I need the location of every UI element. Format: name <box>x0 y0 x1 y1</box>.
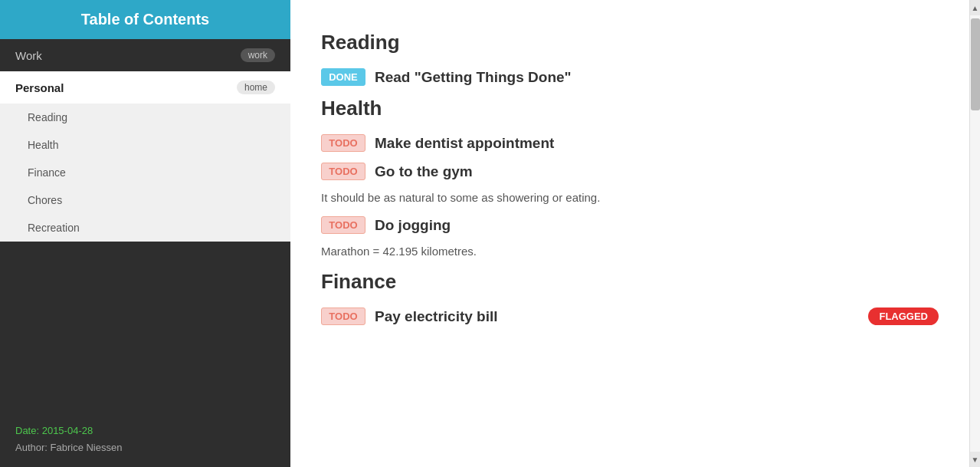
badge-todo: TODO <box>321 216 365 234</box>
badge-todo: TODO <box>321 134 365 152</box>
sidebar-section-personal[interactable]: Personal home <box>0 71 290 104</box>
todo-text: Do jogging <box>375 217 451 234</box>
sidebar-work-tag: work <box>241 48 275 62</box>
sidebar-date: Date: 2015-04-28 <box>15 423 275 439</box>
sidebar-work-label: Work <box>15 49 42 62</box>
todo-item: TODO Go to the gym <box>321 163 939 180</box>
content-note: Marathon = 42.195 kilometres. <box>321 245 939 258</box>
flagged-badge: FLAGGED <box>868 307 939 325</box>
section-finance-title: Finance <box>321 270 939 294</box>
badge-todo: TODO <box>321 163 365 180</box>
sidebar-section-work[interactable]: Work work <box>0 39 290 71</box>
section-health-title: Health <box>321 97 939 120</box>
sidebar-item-health[interactable]: Health <box>0 131 290 159</box>
todo-text: Read "Getting Things Done" <box>375 69 572 86</box>
sidebar-title: Table of Contents <box>81 11 209 28</box>
section-reading-title: Reading <box>321 31 939 54</box>
section-reading: Reading DONE Read "Getting Things Done" <box>321 31 939 86</box>
badge-done: DONE <box>321 68 365 86</box>
sidebar-header: Table of Contents <box>0 0 290 39</box>
scroll-down-arrow[interactable]: ▼ <box>970 452 981 467</box>
sidebar-author: Author: Fabrice Niessen <box>15 439 275 456</box>
scrollbar[interactable]: ▲ ▼ <box>969 0 980 467</box>
todo-item: TODO Do jogging <box>321 216 939 234</box>
sidebar-item-recreation[interactable]: Recreation <box>0 214 290 242</box>
scroll-up-arrow[interactable]: ▲ <box>970 0 981 15</box>
sidebar-personal-label: Personal <box>15 81 64 94</box>
scroll-thumb[interactable] <box>971 18 980 110</box>
todo-item: DONE Read "Getting Things Done" <box>321 68 939 86</box>
section-health: Health TODO Make dentist appointment TOD… <box>321 97 939 258</box>
todo-text: Pay electricity bill <box>375 308 498 325</box>
finance-row: TODO Pay electricity bill FLAGGED <box>321 307 939 325</box>
badge-todo: TODO <box>321 307 365 325</box>
sidebar: Table of Contents Work work Personal hom… <box>0 0 290 467</box>
todo-item: TODO Make dentist appointment <box>321 134 939 152</box>
content-note: It should be as natural to some as showe… <box>321 191 939 204</box>
sidebar-item-chores[interactable]: Chores <box>0 186 290 214</box>
todo-text: Go to the gym <box>375 163 473 180</box>
todo-text: Make dentist appointment <box>375 135 554 152</box>
sidebar-footer: Date: 2015-04-28 Author: Fabrice Niessen <box>0 409 290 467</box>
sidebar-subitems: Reading Health Finance Chores Recreation <box>0 104 290 242</box>
section-finance: Finance TODO Pay electricity bill FLAGGE… <box>321 270 939 325</box>
sidebar-item-finance[interactable]: Finance <box>0 159 290 186</box>
sidebar-item-reading[interactable]: Reading <box>0 104 290 131</box>
sidebar-personal-tag: home <box>237 81 275 94</box>
main-content[interactable]: Reading DONE Read "Getting Things Done" … <box>290 0 969 467</box>
finance-row-left: TODO Pay electricity bill <box>321 307 498 325</box>
